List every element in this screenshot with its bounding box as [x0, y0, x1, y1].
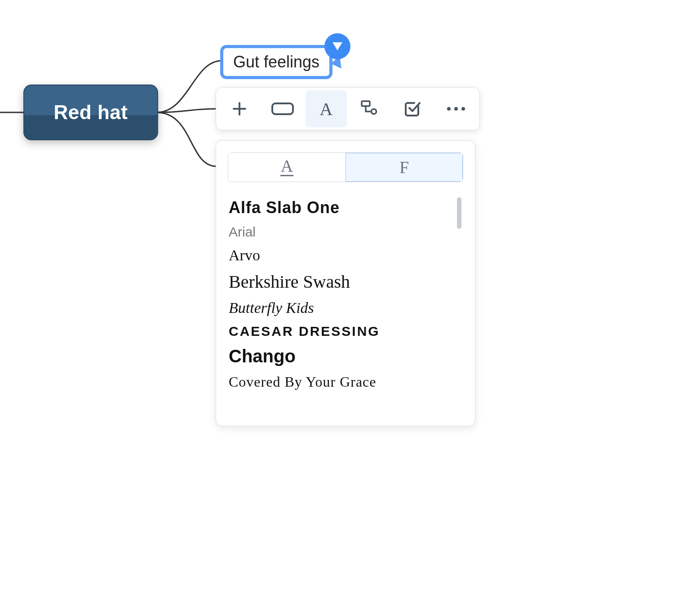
tab-style-label: A [280, 158, 293, 176]
font-panel: A F Alfa Slab One Arial Arvo Berkshire S… [216, 140, 475, 426]
font-option[interactable]: Covered By Your Grace [228, 370, 463, 394]
font-option[interactable]: CAESAR DRESSING [228, 320, 463, 343]
svg-point-6 [461, 107, 465, 111]
tab-font-label: F [399, 157, 409, 177]
collapse-toggle[interactable] [324, 33, 350, 59]
tab-text-style[interactable]: A [228, 153, 346, 182]
shape-button[interactable] [262, 90, 303, 127]
font-option[interactable]: Chango [228, 343, 463, 370]
font-option-label: CAESAR DRESSING [229, 324, 380, 339]
rectangle-icon [271, 101, 294, 116]
font-option[interactable]: Arvo [228, 243, 463, 268]
outline-button[interactable] [349, 90, 390, 127]
font-option[interactable]: Alfa Slab One [228, 195, 463, 221]
svg-point-4 [447, 107, 451, 111]
font-option-label: Butterfly Kids [229, 299, 314, 316]
outline-icon [360, 100, 378, 117]
font-option-label: Arvo [229, 247, 260, 263]
font-option-label: Chango [229, 346, 296, 366]
more-button[interactable] [435, 90, 477, 127]
font-option[interactable]: Butterfly Kids [228, 296, 463, 320]
tab-font-family[interactable]: F [346, 153, 463, 182]
node-child-label: Gut feelings [233, 53, 319, 71]
svg-point-5 [454, 107, 458, 111]
checkbox-icon [403, 100, 421, 118]
font-option-label: Berkshire Swash [229, 272, 350, 292]
triangle-down-icon [332, 41, 343, 51]
text-a-icon: A [319, 98, 332, 120]
text-style-button[interactable]: A [306, 90, 347, 127]
dots-icon [446, 106, 466, 111]
task-button[interactable] [392, 90, 433, 127]
svg-marker-0 [332, 42, 342, 50]
font-panel-tabs: A F [228, 152, 463, 182]
add-node-button[interactable] [219, 90, 260, 127]
font-option-label: Covered By Your Grace [229, 374, 377, 390]
svg-rect-1 [272, 103, 293, 114]
node-central[interactable]: Red hat [23, 85, 158, 140]
svg-point-3 [372, 109, 377, 114]
node-child-selected[interactable]: Gut feelings [220, 45, 332, 79]
font-option[interactable]: Arial [228, 221, 463, 243]
font-option-label: Alfa Slab One [229, 198, 340, 217]
font-list[interactable]: Alfa Slab One Arial Arvo Berkshire Swash… [228, 195, 463, 419]
context-toolbar: A [216, 87, 480, 130]
plus-icon [231, 100, 248, 117]
mindmap-canvas[interactable]: Red hat Gut feelings A [0, 0, 700, 611]
scrollbar-thumb[interactable] [457, 197, 461, 229]
font-option[interactable]: Berkshire Swash [228, 268, 463, 296]
node-central-label: Red hat [54, 101, 128, 124]
font-option-label: Arial [229, 224, 256, 239]
